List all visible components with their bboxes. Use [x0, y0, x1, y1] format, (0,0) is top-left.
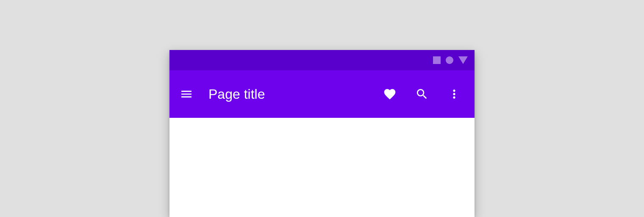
status-circle-indicator — [446, 56, 453, 64]
more-options-button[interactable] — [444, 84, 464, 104]
status-bar — [169, 50, 475, 70]
favorite-button[interactable] — [380, 84, 400, 104]
search-button[interactable] — [412, 84, 432, 104]
menu-button[interactable] — [176, 84, 197, 104]
content-area — [169, 118, 475, 217]
menu-icon — [180, 87, 193, 101]
status-triangle-indicator — [458, 56, 468, 64]
page-title: Page title — [208, 86, 380, 102]
search-icon — [415, 87, 429, 101]
action-icons — [380, 84, 468, 104]
app-bar: Page title — [169, 70, 475, 118]
heart-icon — [383, 87, 397, 101]
more-vert-icon — [447, 87, 461, 101]
status-square-indicator — [433, 56, 441, 64]
device-frame: Page title — [169, 50, 475, 217]
